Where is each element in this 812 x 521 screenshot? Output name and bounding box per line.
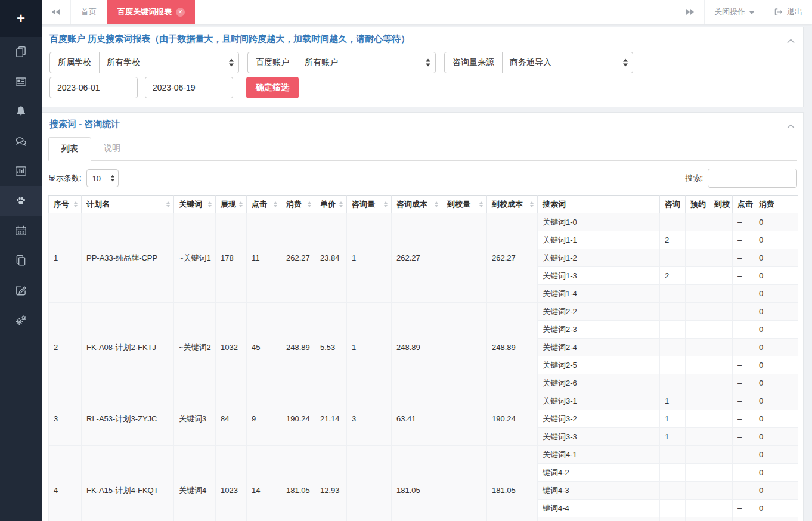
sidebar-item-bell[interactable] [0,97,42,126]
tab-close-icon[interactable]: ✕ [176,8,185,17]
paste-icon [14,254,27,267]
sidebar-item-comments[interactable] [0,126,42,156]
tabs-scroll-right-button[interactable] [675,0,704,24]
sidebar-item-paw[interactable] [0,186,42,216]
sidebar-item-paste[interactable] [0,246,42,275]
close-operations-menu[interactable]: 关闭操作 [704,0,764,24]
table-row: 2FK-A08-计划2-FKTJ~关键词2103245248.895.53124… [49,303,798,321]
page-tab-1[interactable]: 百度关键词报表✕ [107,0,195,24]
cell-inquiry [660,249,686,267]
cell-click: – [733,231,754,249]
select-arrows-icon [229,59,234,67]
filter-select-1[interactable]: 所有账户 [297,52,436,73]
cell-term: 关键词2-2 [538,303,660,321]
sidebar-item-gears[interactable] [0,305,42,335]
cell-spend: 0 [754,374,798,392]
cell-spend: 0 [754,356,798,374]
sort-icon[interactable] [74,201,78,207]
plus-icon: + [17,10,25,27]
add-button[interactable]: + [0,0,42,37]
filter-select-value: 商务通导入 [510,57,551,68]
cell-click: – [733,464,754,482]
column-header-16: 消费 [754,196,798,213]
gears-icon [14,314,27,327]
logout-button[interactable]: 退出 [764,0,812,24]
column-header-5[interactable]: 消费 [281,196,315,213]
select-arrows-icon [623,59,628,67]
column-header-4[interactable]: 点击 [247,196,281,213]
cell-term: 键词4-3 [538,482,660,500]
cell-inquiry: 1 [660,410,686,428]
collapse-chevron-icon[interactable] [787,120,795,131]
cell-reserve [686,213,709,231]
table-row: 3RL-A53-计划3-ZYJC关键词3849190.2421.14363.41… [49,392,798,410]
column-header-1[interactable]: 计划名 [82,196,174,213]
sort-icon[interactable] [166,201,170,207]
sidebar-item-newspaper[interactable] [0,67,42,97]
sort-icon[interactable] [435,201,438,207]
sort-icon[interactable] [384,201,388,207]
search-input[interactable] [708,169,797,188]
sort-icon[interactable] [308,201,311,207]
cell-spend: 0 [754,321,798,339]
cell-reserve [686,517,709,521]
collapse-chevron-icon[interactable] [787,35,795,45]
cell-reserve [686,500,709,517]
column-header-0[interactable]: 序号 [49,196,82,213]
sidebar-item-copy[interactable] [0,37,42,67]
cell-arrival_cost: 262.27 [487,213,538,303]
sidebar-item-edit[interactable] [0,275,42,305]
sort-icon[interactable] [274,201,277,207]
cell-inquiry [660,446,686,464]
titlebar: 首页百度关键词报表✕ 关闭操作 退出 [42,0,812,24]
column-header-2[interactable]: 关键词 [174,196,216,213]
cell-click: – [733,482,754,500]
tab-list[interactable]: 列表 [48,137,91,161]
page-size-select[interactable]: 10 [86,169,119,187]
cell-click: – [733,285,754,303]
cell-term: 关键词1-2 [538,249,660,267]
search-label: 搜索: [685,173,703,184]
cell-spend: 0 [754,339,798,356]
sidebar-item-calendar[interactable] [0,216,42,246]
sort-icon[interactable] [339,201,343,207]
cell-term: 关键词1-0 [538,213,660,231]
cell-inquiries: 3 [347,392,392,446]
column-header-label: 计划名 [86,200,110,209]
column-header-12: 咨询 [660,196,686,213]
cell-arrive [709,464,733,482]
apply-filter-button[interactable]: 确定筛选 [246,77,299,98]
tab-notes[interactable]: 说明 [91,137,133,161]
tabs-scroll-left-button[interactable] [42,0,71,24]
column-header-10[interactable]: 到校成本 [487,196,538,213]
column-header-6[interactable]: 单价 [315,196,347,213]
sort-icon[interactable] [239,201,243,207]
column-header-label: 点击 [252,200,267,209]
column-header-9[interactable]: 到校量 [442,196,487,213]
cell-inquiry_cost: 262.27 [392,213,442,303]
page-tab-0[interactable]: 首页 [71,0,107,24]
column-header-3[interactable]: 展现 [216,196,247,213]
date-from-input[interactable] [49,77,138,98]
cell-clicks: 11 [247,213,281,303]
filter-select-2[interactable]: 商务通导入 [502,52,633,73]
column-header-7[interactable]: 咨询量 [347,196,392,213]
filter-row: 所属学校所有学校百度账户所有账户咨询量来源商务通导入 [42,52,803,73]
sort-icon[interactable] [530,201,534,207]
sidebar-item-bar-chart[interactable] [0,156,42,186]
cell-spend: 0 [754,500,798,517]
cell-arrive [709,517,733,521]
cell-reserve [686,446,709,464]
cell-spend: 0 [754,303,798,321]
date-to-input[interactable] [145,77,233,98]
filter-select-0[interactable]: 所有学校 [99,52,239,73]
table-controls: 显示条数: 10 搜索: [42,161,803,195]
column-header-8[interactable]: 咨询成本 [392,196,442,213]
sort-icon[interactable] [479,201,483,207]
cell-arrive [709,249,733,267]
cell-clicks: 9 [247,392,281,446]
sort-icon[interactable] [208,201,212,207]
cell-arrive [709,428,733,446]
cell-arrive [709,213,733,231]
column-header-13: 预约 [686,196,709,213]
